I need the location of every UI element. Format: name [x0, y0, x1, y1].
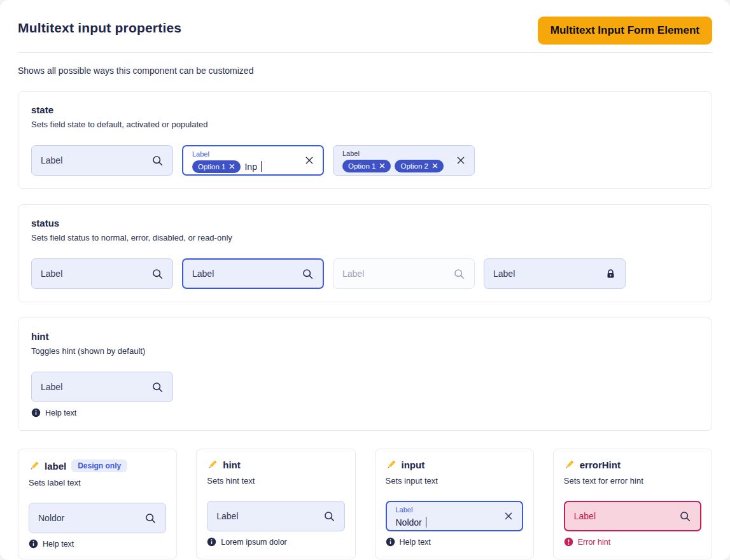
help-text-row: Help text: [386, 537, 523, 547]
field-label: Label: [41, 382, 145, 392]
card-title: input: [402, 459, 425, 470]
section-status-title: status: [31, 218, 699, 228]
field-content: Option 1 Inp: [192, 160, 295, 173]
chip-remove-icon[interactable]: [432, 163, 438, 169]
field-label: Label: [41, 155, 145, 165]
section-hint-fields: Label Help text: [31, 372, 699, 417]
field-card-error[interactable]: Label: [564, 501, 701, 531]
search-icon: [151, 381, 164, 393]
field-floating-label: Label: [342, 150, 446, 158]
section-status-fields: Label Label Label Label: [31, 258, 699, 289]
pencil-icon: [564, 459, 575, 470]
section-state-title: state: [31, 104, 699, 115]
card-hint-header: hint: [207, 459, 344, 470]
field-card-hint[interactable]: Label: [207, 501, 344, 531]
field-state-default[interactable]: Label: [31, 145, 173, 176]
field-floating-label: Label: [192, 150, 295, 158]
typed-text: Inp: [244, 162, 256, 172]
field-label: Label: [493, 269, 599, 279]
card-hint: hint Sets hint text Label Lorem ipsum do…: [196, 449, 355, 559]
error-icon: [564, 537, 573, 547]
typed-text: Noldor: [396, 517, 422, 528]
pencil-icon: [207, 459, 218, 470]
info-icon: [386, 537, 395, 547]
field-label: Label: [192, 269, 295, 279]
field-content: Option 1 Option 2: [342, 159, 446, 172]
pencil-icon: [29, 461, 39, 472]
field-label: Label: [342, 269, 447, 279]
field-hint-default[interactable]: Label: [31, 372, 173, 402]
page-subtitle: Shows all possible ways this component c…: [18, 66, 712, 76]
section-hint: hint Toggles hint (shown by default) Lab…: [18, 318, 712, 431]
card-title: errorHint: [580, 459, 621, 470]
field-content: Noldor: [396, 515, 494, 529]
field-state-populated[interactable]: Label Option 1 Option 2: [333, 145, 475, 176]
chip-remove-icon[interactable]: [379, 163, 385, 169]
chip-label: Option 1: [198, 163, 225, 171]
page-title: Multitext input properties: [18, 17, 181, 36]
field-label: Label: [216, 511, 316, 521]
field-status-focused[interactable]: Label: [182, 258, 324, 289]
clear-icon[interactable]: [503, 511, 514, 521]
field-status-normal[interactable]: Label: [31, 258, 173, 289]
page-header: Multitext input properties Multitext Inp…: [18, 17, 712, 45]
help-text-row: Lorem ipsum dolor: [207, 537, 344, 547]
error-hint-text: Error hint: [578, 538, 610, 547]
card-input-header: input: [386, 459, 523, 470]
help-text: Help text: [45, 409, 76, 417]
field-label: Noldor: [38, 513, 138, 523]
multitext-properties-page: Multitext input properties Multitext Inp…: [0, 0, 730, 560]
help-text-row: Help text: [29, 539, 166, 549]
card-title: label: [45, 461, 66, 472]
section-status-description: Sets field status to normal, error, disa…: [31, 233, 699, 242]
property-cards: label Design only Sets label text Noldor…: [18, 449, 712, 559]
search-icon: [679, 510, 691, 522]
section-status: status Sets field status to normal, erro…: [18, 204, 712, 302]
search-icon: [144, 512, 157, 524]
search-icon: [302, 268, 314, 280]
clear-icon[interactable]: [304, 155, 314, 165]
header-divider: [18, 52, 712, 53]
card-description: Sets input text: [386, 476, 523, 486]
card-error-hint-header: errorHint: [564, 459, 701, 470]
info-icon: [29, 539, 38, 549]
clear-icon[interactable]: [456, 155, 466, 165]
card-error-hint: errorHint Sets text for error hint Label…: [553, 449, 712, 559]
card-input: input Sets input text Label Noldor Help …: [375, 449, 534, 559]
chip-option-1[interactable]: Option 1: [192, 160, 241, 173]
field-state-activated[interactable]: Label Option 1 Inp: [182, 145, 324, 176]
search-icon: [151, 155, 164, 167]
chip-option-1[interactable]: Option 1: [342, 160, 391, 172]
design-only-badge: Design only: [71, 459, 127, 472]
lock-icon: [605, 269, 616, 279]
search-icon: [453, 268, 465, 280]
field-with-hint-wrapper: Label Help text: [31, 372, 173, 417]
chip-label: Option 1: [348, 162, 376, 170]
field-card-label[interactable]: Noldor: [29, 503, 166, 533]
field-label: Label: [41, 269, 145, 279]
field-card-input[interactable]: Label Noldor: [386, 501, 523, 531]
search-icon: [323, 510, 335, 522]
info-icon: [31, 408, 41, 417]
card-title: hint: [223, 459, 241, 470]
section-state-description: Sets field state to default, activated o…: [31, 120, 699, 129]
text-caret: [426, 517, 427, 528]
chip-label: Option 2: [400, 162, 428, 170]
info-icon: [207, 537, 216, 547]
component-tag-button[interactable]: Multitext Input Form Element: [538, 17, 712, 45]
search-icon: [151, 268, 164, 280]
card-label: label Design only Sets label text Noldor…: [18, 449, 177, 559]
section-hint-title: hint: [31, 331, 699, 342]
section-state-fields: Label Label Option 1 Inp: [31, 145, 699, 176]
error-hint-row: Error hint: [564, 537, 701, 547]
field-status-readonly: Label: [484, 258, 626, 289]
chip-remove-icon[interactable]: [229, 164, 235, 169]
chip-option-2[interactable]: Option 2: [395, 160, 443, 172]
help-text: Help text: [43, 540, 74, 549]
card-label-header: label Design only: [29, 459, 166, 472]
card-description: Sets text for error hint: [564, 476, 701, 486]
section-hint-description: Toggles hint (shown by default): [31, 346, 699, 356]
section-state: state Sets field state to default, activ…: [18, 91, 712, 189]
field-floating-label: Label: [396, 506, 494, 514]
help-text-row: Help text: [31, 408, 173, 417]
